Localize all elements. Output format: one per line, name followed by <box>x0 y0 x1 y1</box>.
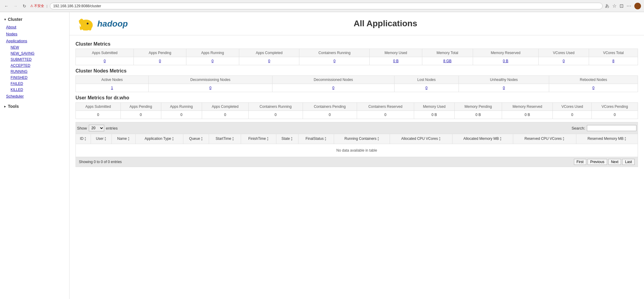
cluster-metrics-value[interactable]: 8 <box>589 57 638 65</box>
data-table-column-header[interactable]: Reserved Memory MB▲▼ <box>576 134 638 144</box>
cluster-metrics-header: VCores Used <box>539 49 589 57</box>
sort-arrows-icon: ▲▼ <box>201 137 203 141</box>
sidebar-item-applications[interactable]: Applications <box>0 37 69 44</box>
sidebar-item-nodes[interactable]: Nodes <box>0 31 69 37</box>
data-table-column-header[interactable]: Reserved CPU VCores▲▼ <box>513 134 576 144</box>
search-input[interactable] <box>587 125 636 131</box>
cluster-metrics-value[interactable]: 0 <box>539 57 589 65</box>
cluster-metrics-header: Memory Reserved <box>473 49 539 57</box>
cluster-nodes-header: Active Nodes <box>76 76 149 84</box>
previous-button[interactable]: Previous <box>588 159 607 165</box>
cluster-nodes-value[interactable]: 0 <box>549 84 638 92</box>
avatar <box>634 3 641 9</box>
cluster-toggle[interactable]: ▼ Cluster <box>0 15 69 24</box>
cluster-nodes-value[interactable]: 0 <box>459 84 549 92</box>
bookmark-icon[interactable]: ⊡ <box>620 3 623 9</box>
user-metrics-value: 0 B <box>454 111 502 119</box>
sort-arrows-icon: ▲▼ <box>624 137 626 141</box>
cluster-metrics-value[interactable]: 0 B <box>370 57 422 65</box>
sort-arrows-icon: ▲▼ <box>266 137 269 141</box>
cluster-metrics-value[interactable]: 0 <box>239 57 299 65</box>
sidebar-item-new[interactable]: NEW <box>0 44 69 50</box>
sort-arrows-icon: ▲▼ <box>232 137 234 141</box>
tools-label: Tools <box>8 104 19 109</box>
next-button[interactable]: Next <box>608 159 621 165</box>
address-bar[interactable] <box>50 3 603 9</box>
search-label: Search: <box>572 126 585 130</box>
cluster-nodes-value[interactable]: 1 <box>76 84 149 92</box>
last-button[interactable]: Last <box>622 159 635 165</box>
back-button[interactable]: ← <box>3 3 10 9</box>
sidebar-item-new-saving[interactable]: NEW_SAVING <box>0 50 69 56</box>
sidebar-item-scheduler[interactable]: Scheduler <box>0 93 69 100</box>
data-table-column-header[interactable]: User▲▼ <box>91 134 112 144</box>
sidebar: ▼ Cluster About Nodes Applications NEW N… <box>0 12 69 299</box>
user-metrics-header: Apps Completed <box>202 103 248 111</box>
cluster-arrow-icon: ▼ <box>4 18 7 21</box>
svg-point-4 <box>89 26 92 31</box>
cluster-metrics-header: Apps Submitted <box>76 49 134 57</box>
data-table-column-header[interactable]: Queue▲▼ <box>183 134 209 144</box>
tools-toggle[interactable]: ► Tools <box>0 102 69 111</box>
data-table-column-header[interactable]: ID▲▼ <box>76 134 91 144</box>
cluster-nodes-header: Unhealthy Nodes <box>459 76 549 84</box>
cluster-nodes-value[interactable]: 0 <box>148 84 272 92</box>
sidebar-item-failed[interactable]: FAILED <box>0 81 69 87</box>
sidebar-item-finished[interactable]: FINISHED <box>0 75 69 81</box>
sort-arrows-icon: ▲▼ <box>439 137 441 141</box>
data-table-column-header[interactable]: Allocated Memory MB▲▼ <box>452 134 513 144</box>
user-metrics-value: 0 <box>592 111 638 119</box>
pagination-buttons: First Previous Next Last <box>574 159 635 165</box>
cluster-nodes-header: Rebooted Nodes <box>549 76 638 84</box>
svg-point-5 <box>82 26 85 31</box>
main-content: hadoop All Applications Cluster Metrics … <box>69 12 644 299</box>
user-metrics-header: Containers Pending <box>303 103 357 111</box>
entries-select[interactable]: 102050100 <box>89 125 104 131</box>
security-warning: ⚠ 不安全 <box>30 4 44 8</box>
user-metrics-header: VCores Pending <box>592 103 638 111</box>
user-metrics-header: Apps Running <box>161 103 202 111</box>
cluster-metrics-value[interactable]: 0 <box>299 57 370 65</box>
forward-button[interactable]: → <box>12 3 19 9</box>
sidebar-item-running[interactable]: RUNNING <box>0 69 69 75</box>
cluster-nodes-value[interactable]: 0 <box>394 84 459 92</box>
data-table-column-header[interactable]: Name▲▼ <box>112 134 136 144</box>
title-area: All Applications <box>133 19 638 28</box>
star-icon[interactable]: ☆ <box>612 3 617 9</box>
data-table: ID▲▼User▲▼Name▲▼Application Type▲▼Queue▲… <box>76 134 638 157</box>
cluster-metrics-value[interactable]: 8 GB <box>422 57 473 65</box>
user-metrics-value: 0 <box>553 111 592 119</box>
data-table-column-header[interactable]: FinalStatus▲▼ <box>298 134 334 144</box>
first-button[interactable]: First <box>574 159 586 165</box>
user-metrics-header: Memory Used <box>414 103 455 111</box>
user-metrics-header: Memory Pending <box>454 103 502 111</box>
sidebar-item-accepted[interactable]: ACCEPTED <box>0 63 69 69</box>
hadoop-text-logo: hadoop <box>97 18 133 30</box>
svg-point-3 <box>79 20 81 22</box>
cluster-nodes-value[interactable]: 0 <box>272 84 394 92</box>
cluster-nodes-header: Decommissioned Nodes <box>272 76 394 84</box>
cluster-metrics-value[interactable]: 0 <box>134 57 186 65</box>
data-table-column-header[interactable]: FinishTime▲▼ <box>241 134 276 144</box>
data-table-column-header[interactable]: StartTime▲▼ <box>209 134 241 144</box>
user-metrics-header: Apps Submitted <box>76 103 121 111</box>
data-table-column-header[interactable]: Allocated CPU VCores▲▼ <box>390 134 452 144</box>
sort-arrows-icon: ▲▼ <box>104 137 107 141</box>
reload-button[interactable]: ↻ <box>21 3 28 9</box>
sidebar-item-about[interactable]: About <box>0 24 69 31</box>
cluster-metrics-header: Apps Completed <box>239 49 299 57</box>
data-table-column-header[interactable]: State▲▼ <box>276 134 298 144</box>
show-entries: Show 102050100 entries <box>77 125 118 131</box>
search-box: Search: <box>572 125 636 131</box>
sidebar-item-submitted[interactable]: SUBMITTED <box>0 56 69 63</box>
cluster-metrics-value[interactable]: 0 B <box>473 57 539 65</box>
user-metrics-title: User Metrics for dr.who <box>76 95 638 101</box>
cluster-metrics-value[interactable]: 0 <box>186 57 239 65</box>
more-icon[interactable]: ⋯ <box>626 3 631 9</box>
sidebar-item-killed[interactable]: KILLED <box>0 87 69 93</box>
cluster-metrics-value[interactable]: 0 <box>76 57 134 65</box>
data-table-column-header[interactable]: Running Containers▲▼ <box>334 134 390 144</box>
top-bar: hadoop All Applications <box>69 12 644 35</box>
browser-chrome: ← → ↻ ⚠ 不安全 | あ ☆ ⊡ ⋯ <box>0 0 644 12</box>
data-table-column-header[interactable]: Application Type▲▼ <box>135 134 183 144</box>
